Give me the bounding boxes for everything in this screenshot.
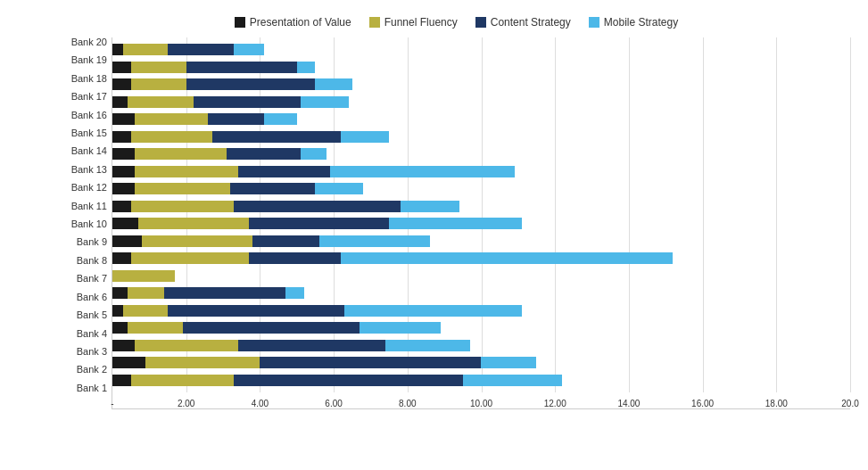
bar-row [112,302,850,320]
ff-seg [131,131,212,143]
bar-group [112,131,389,143]
y-axis-label: Bank 15 [71,128,107,138]
cs-seg [230,183,315,194]
ms-seg [341,131,389,143]
y-axis-label: Bank 11 [71,202,107,211]
cs-seg [227,148,301,160]
ff-seg [142,235,252,247]
y-axis-label: Bank 14 [71,146,107,156]
pov-seg [112,235,142,247]
bar-group [112,287,304,299]
bar-row [112,180,850,198]
bar-group [112,322,441,334]
ms-seg [319,235,430,247]
cs-seg [238,166,330,177]
ff-seg [135,183,231,194]
pov-seg [112,375,131,386]
y-axis-label: Bank 20 [71,37,107,47]
y-axis-label: Bank 12 [71,183,107,193]
ms-seg [389,218,522,229]
bar-row [112,59,850,77]
bar-group [112,375,562,386]
x-axis-label: 12.00 [544,399,566,408]
ms-seg [315,78,351,90]
ms-seg [463,375,563,386]
bar-group [112,148,327,160]
y-axis-label: Bank 10 [71,219,107,229]
pov-seg [112,78,131,90]
cs-seg [164,287,285,299]
y-axis-label: Bank 19 [71,55,107,65]
ms-seg [401,201,459,212]
bar-row [112,76,850,94]
cs-seg [249,218,389,229]
x-axis-label: - [111,399,113,408]
ms-seg [301,96,349,108]
ff-seg [135,166,238,177]
x-axis-label: 6.00 [325,399,342,408]
bar-row [112,94,850,111]
ff-seg [135,340,238,351]
legend-swatch [369,17,380,28]
bar-row [112,337,850,355]
ff-seg [145,357,260,368]
legend-swatch [589,17,599,28]
bar-group [112,252,674,264]
ms-seg [344,305,521,317]
cs-seg [234,201,400,212]
pov-seg [112,340,135,351]
ff-seg [131,201,235,212]
y-axis-label: Bank 3 [77,347,107,357]
legend-item: Funnel Fluency [369,16,458,29]
x-axis-label: 4.00 [252,399,269,408]
bar-row [112,284,850,302]
ms-seg [285,287,304,299]
pov-seg [112,183,135,194]
bar-group [112,166,515,177]
y-axis-label: Bank 7 [77,274,107,284]
pov-seg [112,305,123,317]
bars-area [112,37,850,392]
y-axis: Bank 20Bank 19Bank 18Bank 17Bank 16Bank … [62,37,112,409]
ms-seg [315,183,363,194]
cs-seg [168,44,234,55]
y-axis-label: Bank 8 [77,256,107,266]
x-axis-label: 8.00 [399,399,416,408]
ms-seg [481,357,536,368]
y-axis-label: Bank 17 [71,92,107,102]
ms-seg [297,62,316,73]
ff-seg [135,148,227,160]
bar-group [112,357,537,368]
pov-seg [112,287,128,299]
cs-seg [194,96,301,108]
legend-label: Mobile Strategy [604,16,678,29]
legend-item: Mobile Strategy [589,16,678,29]
x-axis-label: 18.00 [765,399,788,408]
bar-row [112,198,850,216]
y-axis-label: Bank 6 [77,293,107,302]
bar-group [112,340,470,351]
pov-seg [112,44,123,55]
y-axis-label: Bank 18 [71,74,107,84]
x-axis-label: 16.00 [691,399,714,408]
y-axis-label: Bank 1 [77,383,107,393]
plot-area: -2.004.006.008.0010.0012.0014.0016.0018.… [112,37,850,409]
ff-seg [138,218,249,229]
ff-seg [128,287,164,299]
bar-group [112,113,297,125]
chart-area: Bank 20Bank 19Bank 18Bank 17Bank 16Bank … [62,37,850,409]
pov-seg [112,148,135,160]
cs-seg [186,62,297,73]
cs-seg [260,357,481,368]
ff-seg [128,96,194,108]
x-axis-label: 10.00 [470,399,492,408]
bar-group [112,235,430,247]
ms-seg [234,44,263,55]
cs-seg [186,78,316,90]
pov-seg [112,62,131,73]
ms-seg [264,113,297,125]
ff-seg [135,113,209,125]
cs-seg [168,305,344,317]
bar-row [112,41,850,59]
cs-seg [234,375,462,386]
